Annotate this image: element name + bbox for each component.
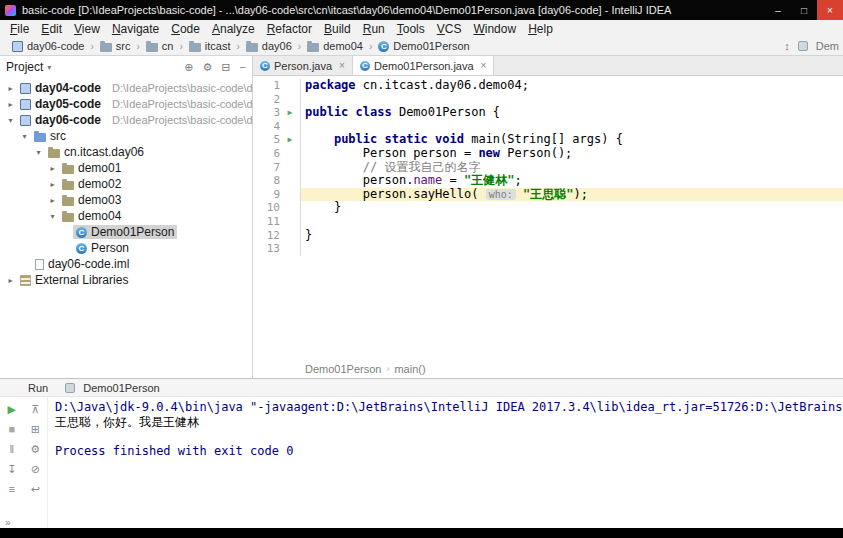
menu-item-window[interactable]: Window bbox=[467, 22, 522, 36]
tree-item-day06-code.iml[interactable]: day06-code.iml bbox=[0, 256, 252, 272]
breadcrumb-item-day06[interactable]: day06 bbox=[244, 40, 294, 52]
updown-icon[interactable]: ↕ bbox=[784, 40, 790, 52]
stop-icon[interactable]: ■ bbox=[4, 421, 20, 437]
run-method-icon[interactable]: ▶ bbox=[280, 106, 300, 120]
run-configuration-selector[interactable]: Dem bbox=[798, 40, 839, 52]
breadcrumb-item-demo04[interactable]: demo04 bbox=[305, 40, 365, 52]
hide-icon[interactable]: − bbox=[240, 61, 246, 74]
menu-item-file[interactable]: File bbox=[4, 22, 35, 36]
code-line-13[interactable]: 13 bbox=[253, 242, 843, 256]
tree-item-demo04[interactable]: ▾demo04 bbox=[0, 208, 252, 224]
tab-person.java[interactable]: Person.java× bbox=[253, 56, 353, 75]
code-line-10[interactable]: 10 } bbox=[253, 201, 843, 215]
settings-icon[interactable]: ⚙ bbox=[27, 441, 43, 457]
tree-toggle-icon[interactable]: ▸ bbox=[4, 100, 17, 109]
editor-breadcrumb-item[interactable]: Demo01Person bbox=[305, 363, 381, 375]
tree-item-demo01[interactable]: ▸demo01 bbox=[0, 160, 252, 176]
code-line-12[interactable]: 12} bbox=[253, 229, 843, 243]
tree-item-content: demo01 bbox=[59, 161, 124, 175]
console-output[interactable]: D:\Java\jdk-9.0.4\bin\java "-javaagent:D… bbox=[48, 397, 843, 529]
tree-item-person[interactable]: Person bbox=[0, 240, 252, 256]
menu-item-vcs[interactable]: VCS bbox=[431, 22, 468, 36]
tree-item-content: demo04 bbox=[59, 209, 124, 223]
tree-item-day05-code[interactable]: ▸day05-codeD:\IdeaProjects\basic-code\da… bbox=[0, 96, 252, 112]
minimize-button[interactable]: – bbox=[765, 0, 791, 20]
package-icon bbox=[62, 165, 74, 174]
close-button[interactable]: × bbox=[817, 0, 843, 20]
tree-toggle-icon[interactable]: ▾ bbox=[46, 212, 59, 221]
menu-item-help[interactable]: Help bbox=[522, 22, 559, 36]
restore-layout-icon[interactable]: ⊞ bbox=[27, 421, 43, 437]
tree-item-demo01person[interactable]: Demo01Person bbox=[0, 224, 252, 240]
code-text: public class Demo01Person { bbox=[301, 106, 843, 120]
tree-toggle-icon[interactable]: ▸ bbox=[4, 84, 17, 93]
close-tab-icon[interactable]: × bbox=[339, 60, 345, 71]
tree-item-src[interactable]: ▾src bbox=[0, 128, 252, 144]
breadcrumb-item-day06-code[interactable]: day06-code bbox=[10, 40, 87, 52]
code-token: Demo01Person { bbox=[399, 105, 500, 119]
tree-toggle-icon[interactable]: ▾ bbox=[4, 116, 17, 125]
breadcrumb-item-src[interactable]: src bbox=[98, 40, 133, 52]
tree-toggle-icon[interactable]: ▸ bbox=[4, 276, 17, 285]
code-line-2[interactable]: 2 bbox=[253, 93, 843, 107]
chevron-down-icon[interactable]: ▾ bbox=[47, 63, 184, 72]
menu-item-view[interactable]: View bbox=[68, 22, 106, 36]
tree-item-demo02[interactable]: ▸demo02 bbox=[0, 176, 252, 192]
clear-icon[interactable]: ⊘ bbox=[27, 461, 43, 477]
menu-item-refactor[interactable]: Refactor bbox=[261, 22, 318, 36]
tree-item-day04-code[interactable]: ▸day04-codeD:\IdeaProjects\basic-code\da… bbox=[0, 80, 252, 96]
pin-icon[interactable]: ⊼ bbox=[27, 401, 43, 417]
code-line-5[interactable]: 5▶ public static void main(String[] args… bbox=[253, 133, 843, 147]
project-title[interactable]: Project bbox=[6, 60, 43, 74]
tab-demo01person.java[interactable]: Demo01Person.java× bbox=[353, 56, 495, 75]
menu-item-navigate[interactable]: Navigate bbox=[106, 22, 165, 36]
code-token bbox=[305, 160, 363, 174]
menu-item-build[interactable]: Build bbox=[318, 22, 357, 36]
run-tab-demo01person[interactable]: Demo01Person bbox=[60, 380, 164, 396]
close-tab-icon[interactable]: × bbox=[481, 60, 487, 71]
menu-item-edit[interactable]: Edit bbox=[35, 22, 68, 36]
rerun-icon[interactable]: ▶ bbox=[4, 401, 20, 417]
locate-icon[interactable]: ⊕ bbox=[184, 61, 193, 74]
breadcrumb-item-demo01person[interactable]: Demo01Person bbox=[376, 40, 471, 52]
maximize-button[interactable]: □ bbox=[791, 0, 817, 20]
tree-toggle-icon[interactable]: ▸ bbox=[46, 196, 59, 205]
run-method-icon[interactable]: ▶ bbox=[280, 133, 300, 147]
breadcrumb-item-cn[interactable]: cn bbox=[144, 40, 176, 52]
print-icon[interactable]: ≡ bbox=[4, 481, 20, 497]
scroll-to-end-icon[interactable]: ↧ bbox=[4, 461, 20, 477]
tree-toggle-icon[interactable]: ▾ bbox=[18, 132, 31, 141]
tree-toggle-icon[interactable]: ▸ bbox=[46, 164, 59, 173]
tree-item-demo03[interactable]: ▸demo03 bbox=[0, 192, 252, 208]
menu-item-code[interactable]: Code bbox=[165, 22, 206, 36]
menu-item-run[interactable]: Run bbox=[357, 22, 391, 36]
run-tool-label[interactable]: Run bbox=[28, 382, 48, 394]
soft-wrap-icon[interactable]: ↩ bbox=[27, 481, 43, 497]
code-line-4[interactable]: 4 bbox=[253, 120, 843, 134]
more-tool-windows-icon[interactable]: » bbox=[5, 517, 11, 528]
breadcrumb-item-itcast[interactable]: itcast bbox=[187, 40, 233, 52]
menu-item-tools[interactable]: Tools bbox=[391, 22, 431, 36]
code-token: public static void bbox=[334, 132, 471, 146]
code-line-1[interactable]: 1package cn.itcast.day06.demo04; bbox=[253, 79, 843, 93]
tree-item-content: day04-code bbox=[17, 81, 104, 95]
run-configuration-label: Dem bbox=[816, 40, 839, 52]
settings-icon[interactable]: ⚙ bbox=[202, 61, 212, 74]
tree-item-external libraries[interactable]: ▸External Libraries bbox=[0, 272, 252, 288]
code-line-8[interactable]: 8 person.name = "王健林"; bbox=[253, 174, 843, 188]
project-tree: ▸day04-codeD:\IdeaProjects\basic-code\da… bbox=[0, 78, 252, 288]
tree-toggle-icon[interactable]: ▾ bbox=[32, 148, 45, 157]
editor-breadcrumb-item[interactable]: main() bbox=[394, 363, 425, 375]
code-line-7[interactable]: 7 // 设置我自己的名字 bbox=[253, 161, 843, 175]
code-line-3[interactable]: 3▶public class Demo01Person { bbox=[253, 106, 843, 120]
collapse-all-icon[interactable]: ⊟ bbox=[221, 61, 230, 74]
code-line-9[interactable]: 9 person.sayHello( who: "王思聪"); bbox=[253, 188, 843, 202]
pause-output-icon[interactable]: ‖ bbox=[4, 441, 20, 457]
code-line-11[interactable]: 11 bbox=[253, 215, 843, 229]
tree-toggle-icon[interactable]: ▸ bbox=[46, 180, 59, 189]
code-area[interactable]: 1package cn.itcast.day06.demo04;23▶publi… bbox=[253, 76, 843, 360]
tree-item-cn.itcast.day06[interactable]: ▾cn.itcast.day06 bbox=[0, 144, 252, 160]
code-line-6[interactable]: 6 Person person = new Person(); bbox=[253, 147, 843, 161]
menu-item-analyze[interactable]: Analyze bbox=[206, 22, 261, 36]
tree-item-day06-code[interactable]: ▾day06-codeD:\IdeaProjects\basic-code\da… bbox=[0, 112, 252, 128]
